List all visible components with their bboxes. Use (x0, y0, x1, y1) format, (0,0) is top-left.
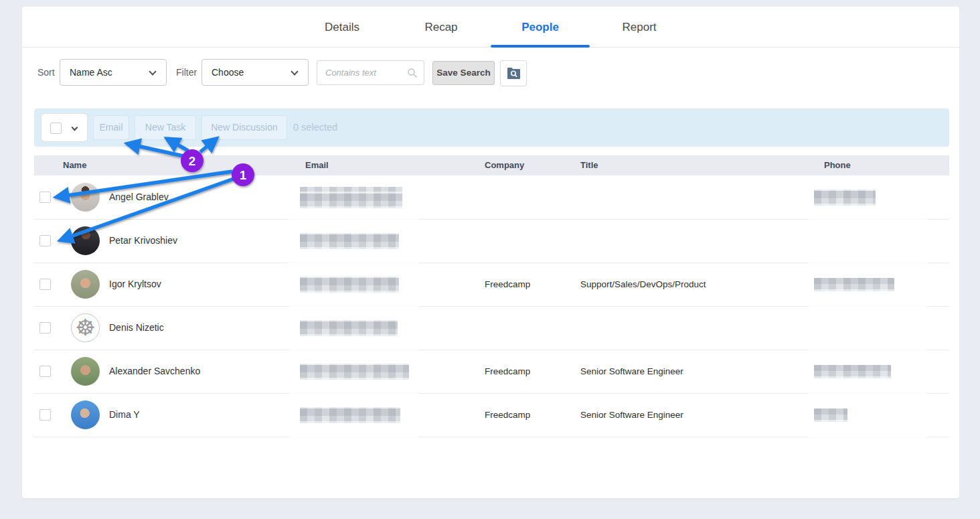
new-task-button[interactable]: New Task (135, 115, 196, 140)
avatar (71, 226, 100, 255)
saved-searches-button[interactable] (500, 60, 527, 86)
company-cell: Freedcamp (485, 393, 530, 437)
email-redacted (300, 277, 399, 293)
table-row: Dima Y Freedcamp Senior Software Enginee… (34, 393, 949, 437)
table-row: Petar Krivoshiev (34, 219, 949, 263)
sort-label: Sort (37, 59, 55, 86)
table-row: Alexander Savchenko Freedcamp Senior Sof… (34, 350, 949, 393)
sort-dropdown[interactable]: Name Asc (60, 59, 167, 86)
header-email[interactable]: Email (305, 155, 329, 175)
header-title[interactable]: Title (580, 155, 598, 175)
tab-people[interactable]: People (491, 7, 590, 48)
select-all-checkbox[interactable] (50, 123, 62, 134)
avatar: ☸ (71, 313, 100, 342)
tab-recap-label: Recap (424, 21, 457, 33)
email-redacted (300, 320, 398, 336)
person-name[interactable]: Alexander Savchenko (109, 350, 200, 393)
avatar (71, 183, 100, 212)
avatar (71, 400, 100, 429)
tab-details-label: Details (325, 21, 359, 33)
tab-report[interactable]: Report (590, 7, 689, 48)
header-name[interactable]: Name (63, 155, 86, 175)
table-row: ☸ Denis Nizetic (34, 306, 949, 350)
header-company[interactable]: Company (485, 155, 524, 175)
person-name[interactable]: Denis Nizetic (109, 306, 164, 350)
tab-details[interactable]: Details (293, 7, 392, 48)
selected-count: 0 selected (293, 108, 337, 147)
phone-redacted (814, 409, 847, 422)
filter-dropdown[interactable]: Choose (201, 59, 309, 86)
chevron-down-icon (291, 68, 298, 75)
row-checkbox[interactable] (39, 409, 51, 421)
save-search-button[interactable]: Save Search (432, 61, 495, 85)
tab-report-label: Report (622, 21, 656, 33)
select-all-dropdown[interactable] (41, 113, 88, 142)
avatar-glyph: ☸ (75, 313, 95, 342)
chevron-down-icon (72, 125, 78, 131)
title-cell: Senior Software Engineer (580, 350, 683, 393)
tab-people-label: People (521, 21, 559, 33)
table-header: Name Email Company Title Phone (34, 155, 949, 175)
row-checkbox[interactable] (39, 366, 51, 377)
people-panel: Details Recap People Report Sort Name As… (22, 7, 959, 498)
row-checkbox[interactable] (39, 279, 51, 290)
tab-bar: Details Recap People Report (22, 7, 959, 48)
filter-label: Filter (176, 59, 197, 86)
active-tab-underline (491, 45, 590, 48)
row-checkbox[interactable] (39, 192, 51, 203)
header-phone[interactable]: Phone (824, 155, 851, 175)
title-cell: Senior Software Engineer (580, 393, 683, 437)
tab-recap[interactable]: Recap (392, 7, 491, 48)
email-redacted (300, 187, 402, 208)
email-redacted (300, 407, 400, 423)
phone-redacted (814, 365, 891, 378)
sort-value: Name Asc (70, 67, 112, 78)
phone-redacted (814, 278, 894, 291)
company-cell: Freedcamp (485, 350, 530, 393)
email-redacted (300, 233, 399, 249)
row-checkbox[interactable] (39, 235, 51, 246)
phone-redacted (814, 190, 876, 206)
row-checkbox[interactable] (39, 322, 51, 333)
table-row: Angel Grablev (34, 175, 949, 219)
person-name[interactable]: Dima Y (109, 393, 140, 437)
person-name[interactable]: Igor Kryltsov (109, 263, 161, 306)
saved-search-folder-icon (507, 67, 521, 80)
filter-value: Choose (212, 67, 244, 78)
email-button[interactable]: Email (93, 115, 129, 140)
person-name[interactable]: Angel Grablev (109, 175, 169, 219)
bulk-action-toolbar: Email New Task New Discussion 0 selected (34, 108, 949, 147)
avatar (71, 270, 100, 299)
avatar (71, 357, 100, 386)
search-icon (407, 68, 418, 78)
table-row: Igor Kryltsov Freedcamp Support/Sales/De… (34, 263, 949, 306)
contains-text-search (317, 60, 424, 85)
company-cell: Freedcamp (485, 263, 530, 306)
email-redacted (300, 364, 409, 380)
title-cell: Support/Sales/DevOps/Product (580, 263, 706, 306)
person-name[interactable]: Petar Krivoshiev (109, 219, 177, 263)
new-discussion-button[interactable]: New Discussion (201, 115, 287, 140)
chevron-down-icon (149, 68, 156, 75)
